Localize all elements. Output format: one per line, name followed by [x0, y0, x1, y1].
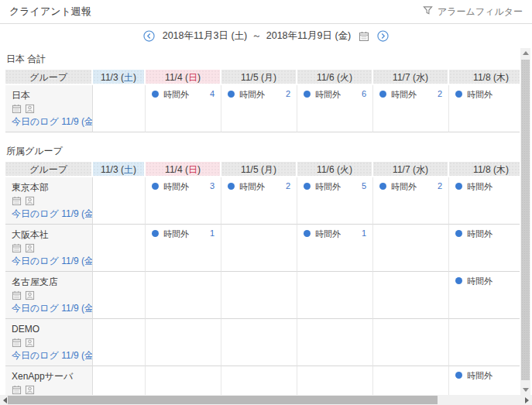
- day-cell: [373, 225, 449, 272]
- horizontal-scrollbar[interactable]: [0, 395, 532, 405]
- group-calendar-icon[interactable]: [12, 290, 22, 300]
- alarm-entry: 時間外: [455, 89, 520, 101]
- alarm-count-link[interactable]: 2: [438, 89, 442, 98]
- alarm-dot-icon: [304, 230, 311, 237]
- alarm-count-link[interactable]: 1: [362, 228, 366, 238]
- alarm-count-link[interactable]: 1: [210, 228, 215, 238]
- group-calendar-icon[interactable]: [12, 243, 22, 253]
- day-cell: [221, 225, 297, 272]
- alarm-label: 時間外: [315, 228, 341, 240]
- day-cell: 時間外: [449, 366, 520, 395]
- group-calendar-icon[interactable]: [12, 338, 22, 348]
- today-log-link[interactable]: 今日のログ 11/9 (金): [12, 302, 88, 315]
- alarm-dot-icon: [152, 230, 159, 237]
- group-name: 大阪本社: [12, 228, 88, 242]
- vertical-scrollbar-thumb[interactable]: [521, 60, 530, 380]
- day-of-week: 火: [340, 72, 349, 83]
- day-date: 11/5 (: [241, 72, 264, 83]
- horizontal-scrollbar-thumb[interactable]: [8, 396, 438, 404]
- alarm-count-link[interactable]: 6: [362, 89, 366, 98]
- alarm-entry: 時間外: [455, 370, 520, 382]
- page-title: クライアント週報: [9, 5, 91, 19]
- day-of-week: 水: [416, 72, 425, 83]
- day-cell: 時間外2: [221, 85, 297, 132]
- weekly-report-content: 日本 合計グループ11/3 (土)11/4 (日)11/5 (月)11/6 (火…: [0, 48, 520, 395]
- day-date-close: ): [133, 72, 136, 83]
- group-cell: 東京本部今日のログ 11/9 (金): [5, 177, 93, 225]
- alarm-count-link[interactable]: 2: [286, 181, 290, 190]
- alarm-label: 時間外: [163, 228, 189, 240]
- group-user-icon[interactable]: [25, 338, 35, 348]
- alarm-dot-icon: [379, 183, 386, 190]
- group-name: 東京本部: [12, 181, 88, 194]
- group-user-icon[interactable]: [25, 104, 35, 114]
- day-of-week: 日: [188, 72, 197, 83]
- day-cell: 時間外: [449, 225, 520, 272]
- group-icon-row: [12, 290, 88, 300]
- alarm-label: 時間外: [467, 89, 493, 101]
- day-cell: 時間外: [449, 272, 520, 319]
- group-cell: 名古屋支店今日のログ 11/9 (金): [5, 272, 93, 319]
- group-user-icon[interactable]: [25, 196, 35, 206]
- week-start-date: 2018年11月3日 (土): [163, 29, 248, 43]
- alarm-entry: 時間外2: [228, 89, 290, 101]
- group-calendar-icon[interactable]: [12, 104, 22, 114]
- alarm-filter-button[interactable]: アラームフィルター: [423, 5, 523, 19]
- day-date: 11/3 (: [101, 72, 124, 83]
- day-date: 11/8 (: [473, 164, 496, 175]
- alarm-count-link[interactable]: 5: [362, 181, 366, 190]
- alarm-dot-icon: [228, 183, 235, 190]
- day-cell: 時間外2: [373, 85, 449, 132]
- alarm-count-link[interactable]: 2: [286, 89, 290, 98]
- alarm-label: 時間外: [315, 181, 341, 193]
- scroll-down-button[interactable]: [520, 385, 530, 395]
- alarm-dot-icon: [455, 183, 462, 190]
- group-calendar-icon[interactable]: [12, 385, 22, 395]
- weekly-report-table: グループ11/3 (土)11/4 (日)11/5 (月)11/6 (火)11/7…: [5, 70, 520, 132]
- group-calendar-icon[interactable]: [12, 196, 22, 206]
- calendar-picker-icon[interactable]: [359, 31, 369, 42]
- day-cell: 時間外: [449, 177, 520, 225]
- day-cell: [449, 319, 520, 366]
- alarm-entry: 時間外6: [304, 89, 366, 101]
- previous-week-button[interactable]: [143, 30, 155, 42]
- alarm-count-link[interactable]: 2: [438, 181, 442, 190]
- day-column-header: 11/4 (日): [146, 162, 221, 177]
- arrow-right-icon: [525, 397, 529, 403]
- day-date: 11/3 (: [101, 164, 124, 175]
- day-cell: [221, 319, 297, 366]
- day-cell: 時間外4: [146, 85, 221, 132]
- day-cell: [297, 272, 373, 319]
- alarm-label: 時間外: [467, 276, 493, 287]
- next-week-button[interactable]: [377, 30, 389, 42]
- group-icon-row: [12, 104, 88, 114]
- alarm-count-link[interactable]: 3: [210, 181, 215, 190]
- alarm-filter-label: アラームフィルター: [438, 5, 523, 19]
- group-user-icon[interactable]: [25, 290, 35, 300]
- today-log-link[interactable]: 今日のログ 11/9 (金): [12, 115, 88, 129]
- vertical-scrollbar[interactable]: [520, 48, 530, 395]
- alarm-label: 時間外: [467, 370, 493, 382]
- scroll-right-button[interactable]: [522, 395, 532, 405]
- today-log-link[interactable]: 今日のログ 11/9 (金): [12, 349, 88, 362]
- group-user-icon[interactable]: [25, 385, 35, 395]
- day-cell: [221, 366, 297, 395]
- today-log-link[interactable]: 今日のログ 11/9 (金): [12, 208, 88, 221]
- group-icon-row: [12, 385, 88, 395]
- scroll-up-button[interactable]: [520, 48, 530, 58]
- today-log-link[interactable]: 今日のログ 11/9 (金): [12, 255, 88, 268]
- group-column-header: グループ: [5, 162, 93, 177]
- alarm-dot-icon: [228, 91, 235, 98]
- day-cell: [146, 366, 221, 395]
- alarm-entry: 時間外4: [152, 89, 215, 101]
- group-name: 日本: [12, 89, 88, 102]
- day-cell: 時間外1: [297, 225, 373, 272]
- alarm-label: 時間外: [467, 181, 493, 193]
- group-user-icon[interactable]: [25, 243, 35, 253]
- day-of-week: 土: [124, 164, 133, 175]
- alarm-dot-icon: [455, 91, 462, 98]
- day-of-week: 土: [124, 72, 133, 83]
- alarm-count-link[interactable]: 4: [210, 89, 215, 98]
- arrow-down-icon: [523, 388, 529, 392]
- week-end-date: 2018年11月9日 (金): [266, 29, 352, 43]
